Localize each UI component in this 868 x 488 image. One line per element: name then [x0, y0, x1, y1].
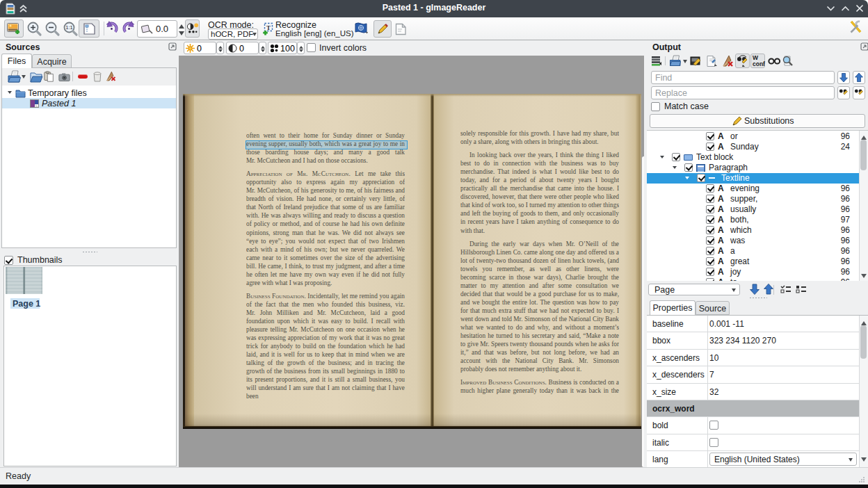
- svg-text:1:1: 1:1: [65, 24, 72, 31]
- svg-text:T: T: [266, 24, 271, 31]
